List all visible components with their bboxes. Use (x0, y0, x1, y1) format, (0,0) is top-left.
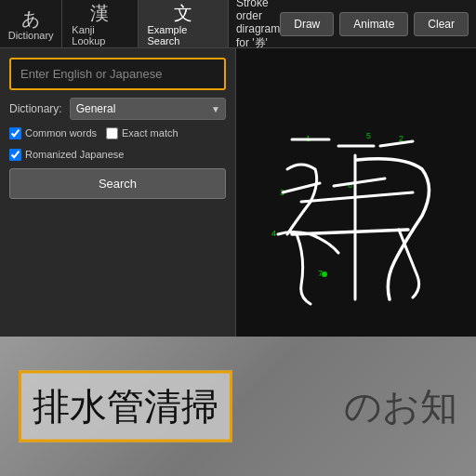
tab-example-search-label: Example Search (148, 24, 218, 46)
stroke-order-title: Stroke order diragram for '券' (236, 0, 280, 51)
common-words-checkbox[interactable] (9, 127, 21, 139)
dictionary-select[interactable]: General Names Places (70, 98, 226, 120)
tab-example-search[interactable]: 文 Example Search (139, 0, 229, 47)
highlighted-kanji: 排水管清掃 (33, 386, 218, 428)
top-bar: あ Dictionary 漢 Kanji Lookup 文 Example Se… (0, 0, 476, 48)
stroke-order-header: Stroke order diragram for '券' Draw Anima… (229, 0, 476, 47)
exact-match-checkbox[interactable] (106, 127, 118, 139)
search-button[interactable]: Search (9, 168, 226, 199)
stroke-buttons: Draw Animate Clear (280, 12, 469, 36)
dictionary-row: Dictionary: General Names Places ▼ (9, 98, 226, 120)
after-kanji: のお知 (344, 381, 457, 432)
dictionary-label: Dictionary: (9, 102, 62, 115)
clear-button[interactable]: Clear (414, 12, 469, 36)
common-words-label: Common words (25, 127, 97, 139)
romaji-checkbox[interactable] (9, 149, 21, 161)
exact-match-checkbox-label[interactable]: Exact match (106, 127, 178, 139)
exact-match-label: Exact match (122, 127, 178, 139)
svg-text:4: 4 (271, 229, 276, 238)
romaji-label: Romanized Japanese (25, 149, 124, 161)
bottom-section: 排水管清掃 のお知 (0, 337, 476, 476)
romaji-checkbox-label[interactable]: Romanized Japanese (9, 149, 124, 161)
stroke-diagram: 1 5 2 3 6 4 7 (236, 48, 476, 337)
tab-kanji-lookup-kanji: 漢 (90, 2, 109, 24)
tab-kanji-lookup[interactable]: 漢 Kanji Lookup (62, 0, 138, 47)
tab-example-search-kanji: 文 (174, 2, 192, 24)
checkboxes-row: Common words Exact match Romanized Japan… (9, 127, 226, 161)
common-words-checkbox-label[interactable]: Common words (9, 127, 97, 139)
bottom-image-content: 排水管清掃 のお知 (0, 337, 476, 476)
draw-button[interactable]: Draw (280, 12, 334, 36)
highlighted-text-box: 排水管清掃 (19, 371, 232, 443)
tab-dictionary-kanji: あ (21, 7, 40, 30)
svg-text:5: 5 (366, 131, 371, 140)
tab-kanji-lookup-label: Kanji Lookup (72, 24, 127, 46)
right-panel: 1 5 2 3 6 4 7 (236, 48, 476, 337)
dictionary-select-wrapper: General Names Places ▼ (70, 98, 226, 120)
animate-button[interactable]: Animate (339, 12, 408, 36)
tab-dictionary-label: Dictionary (8, 30, 54, 41)
main-content: Dictionary: General Names Places ▼ Commo… (0, 48, 476, 337)
left-panel: Dictionary: General Names Places ▼ Commo… (0, 48, 236, 337)
search-input[interactable] (9, 58, 226, 90)
tab-dictionary[interactable]: あ Dictionary (0, 0, 62, 47)
svg-point-16 (322, 271, 327, 277)
